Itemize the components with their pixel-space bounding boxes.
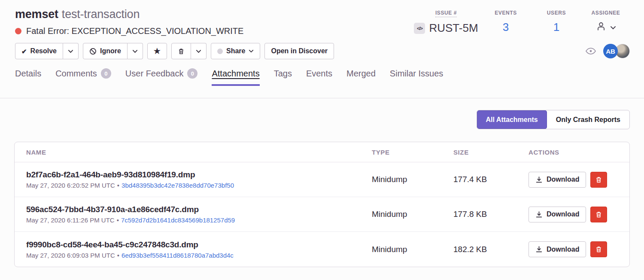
attachment-name-cell: f9990bc8-cd58-4ee4-ba45-c9c247848c3d.dmp… — [15, 240, 360, 259]
star-icon: ★ — [154, 47, 161, 55]
delete-button-group — [171, 43, 207, 59]
open-in-discover-button[interactable]: Open in Discover — [264, 43, 334, 59]
attachment-type: Minidump — [360, 210, 442, 219]
events-label: EVENTS — [495, 10, 517, 16]
download-button[interactable]: Download — [529, 207, 586, 222]
share-chevron-down-icon — [249, 49, 254, 53]
attachment-event-link[interactable]: 6ed93b3ef558411d8618780a7abd3d4c — [122, 252, 234, 259]
toolbar-right: AB — [585, 44, 630, 58]
tab-merged[interactable]: Merged — [346, 68, 376, 86]
delete-attachment-button[interactable] — [590, 241, 607, 257]
check-icon: ✔ — [21, 48, 27, 55]
ignore-mute-icon — [89, 48, 97, 55]
stat-users: USERS 1 — [531, 9, 582, 34]
bookmark-star-button[interactable]: ★ — [147, 43, 167, 59]
table-row: b2f7ac6b-f2a1-464b-aeb9-93d810984f19.dmp… — [15, 162, 629, 197]
events-count[interactable]: 3 — [480, 21, 531, 34]
attachment-meta: May 27, 2020 6:11:26 PM UTC•7c592d7d2b16… — [26, 216, 360, 224]
issue-transaction: test-transaction — [62, 8, 140, 21]
trash-icon — [595, 246, 602, 253]
assignee-label: ASSIGNEE — [592, 10, 620, 16]
action-toolbar: ✔ Resolve Ignore ★ — [15, 43, 630, 59]
download-button[interactable]: Download — [529, 241, 586, 257]
ignore-button-group: Ignore — [83, 43, 143, 59]
issue-short-id[interactable]: RUST-5M — [429, 21, 478, 35]
code-icon: </> — [414, 23, 425, 34]
issue-number-label: ISSUE # — [435, 10, 457, 17]
attachment-meta: May 27, 2020 6:20:52 PM UTC•3bd48395b3dc… — [26, 182, 360, 189]
download-icon — [535, 246, 543, 253]
subscribe-eye-icon[interactable] — [585, 47, 596, 55]
table-row: f9990bc8-cd58-4ee4-ba45-c9c247848c3d.dmp… — [15, 232, 629, 267]
attachment-actions: Download — [517, 241, 629, 257]
attachment-size: 177.8 KB — [442, 210, 517, 219]
attachments-table: NAME TYPE SIZE ACTIONS b2f7ac6b-f2a1-464… — [14, 142, 630, 267]
ignore-dropdown-button[interactable] — [128, 43, 143, 59]
stat-assignee: ASSIGNEE — [582, 9, 630, 35]
trash-icon — [595, 211, 602, 218]
assignee-person-icon — [595, 21, 607, 35]
table-row: 596ac524-7bbd-4b37-910a-a1e86cedf47c.dmp… — [15, 197, 629, 232]
attachment-date: May 27, 2020 6:20:52 PM UTC — [26, 182, 115, 189]
user-feedback-count-badge: 0 — [187, 68, 197, 79]
tab-events[interactable]: Events — [306, 68, 332, 86]
users-label: USERS — [547, 10, 566, 16]
issue-stats: ISSUE # </> RUST-5M EVENTS 3 USERS 1 ASS… — [412, 9, 630, 35]
table-header-row: NAME TYPE SIZE ACTIONS — [15, 142, 629, 162]
attachment-event-link[interactable]: 7c592d7d2b1641dc834569b181257d59 — [121, 216, 235, 224]
column-header-type: TYPE — [360, 149, 442, 156]
attachments-content: All Attachments Only Crash Reports NAME … — [0, 98, 644, 267]
filter-only-crash-reports-button[interactable]: Only Crash Reports — [547, 110, 629, 129]
comments-count-badge: 0 — [101, 68, 111, 79]
filter-toggle-row: All Attachments Only Crash Reports — [14, 110, 630, 129]
attachment-filename: b2f7ac6b-f2a1-464b-aeb9-93d810984f19.dmp — [26, 170, 360, 180]
attachment-name-cell: 596ac524-7bbd-4b37-910a-a1e86cedf47c.dmp… — [15, 205, 360, 224]
share-status-dot — [217, 49, 223, 54]
attachment-type: Minidump — [360, 245, 442, 254]
tab-similar-issues[interactable]: Similar Issues — [390, 68, 443, 86]
issue-tabs: Details Comments0 User Feedback0 Attachm… — [15, 68, 630, 86]
download-button[interactable]: Download — [529, 172, 586, 188]
attachment-type: Minidump — [360, 175, 442, 184]
page-title: memsettest-transaction — [15, 8, 243, 21]
attachment-filename: 596ac524-7bbd-4b37-910a-a1e86cedf47c.dmp — [26, 205, 360, 214]
filter-all-attachments-button[interactable]: All Attachments — [477, 110, 547, 129]
participant-avatar-ab[interactable]: AB — [603, 44, 618, 58]
assignee-dropdown[interactable] — [582, 21, 630, 35]
column-header-size: SIZE — [442, 149, 517, 156]
share-button[interactable]: Share — [211, 43, 260, 59]
download-icon — [535, 176, 543, 183]
attachment-actions: Download — [517, 172, 629, 188]
resolve-dropdown-button[interactable] — [63, 43, 79, 59]
tab-user-feedback[interactable]: User Feedback0 — [125, 68, 198, 86]
stat-events: EVENTS 3 — [480, 9, 531, 34]
attachment-event-link[interactable]: 3bd48395b3dc42e7838e8dd70e73bf50 — [122, 182, 234, 189]
users-count[interactable]: 1 — [531, 21, 582, 34]
issue-header: memsettest-transaction Fatal Error: EXCE… — [0, 0, 644, 98]
attachment-filename: f9990bc8-cd58-4ee4-ba45-c9c247848c3d.dmp — [26, 240, 360, 250]
delete-attachment-button[interactable] — [590, 172, 607, 188]
error-line: Fatal Error: EXCEPTION_ACCESS_VIOLATION_… — [15, 26, 243, 36]
attachment-name-cell: b2f7ac6b-f2a1-464b-aeb9-93d810984f19.dmp… — [15, 170, 360, 189]
stat-issue-number: ISSUE # </> RUST-5M — [412, 9, 480, 35]
delete-attachment-button[interactable] — [590, 207, 607, 222]
tab-tags[interactable]: Tags — [274, 68, 292, 86]
resolve-button[interactable]: ✔ Resolve — [15, 43, 63, 59]
attachment-date: May 27, 2020 6:09:03 PM UTC — [26, 252, 115, 259]
delete-dropdown-button[interactable] — [191, 43, 207, 59]
column-header-name: NAME — [15, 149, 360, 156]
error-message: Fatal Error: EXCEPTION_ACCESS_VIOLATION_… — [26, 26, 243, 36]
resolve-button-group: ✔ Resolve — [15, 43, 79, 59]
tab-comments[interactable]: Comments0 — [55, 68, 111, 86]
ignore-button[interactable]: Ignore — [83, 43, 128, 59]
assignee-chevron-down-icon — [610, 26, 616, 30]
download-icon — [535, 211, 543, 218]
delete-issue-button[interactable] — [171, 43, 191, 59]
issue-culprit: memset — [15, 8, 58, 21]
attachments-filter-toggle: All Attachments Only Crash Reports — [477, 110, 630, 129]
tab-details[interactable]: Details — [15, 68, 41, 86]
tab-attachments[interactable]: Attachments — [212, 68, 259, 86]
column-header-actions: ACTIONS — [517, 149, 629, 156]
attachment-size: 182.2 KB — [442, 245, 517, 254]
title-block: memsettest-transaction Fatal Error: EXCE… — [15, 8, 243, 36]
